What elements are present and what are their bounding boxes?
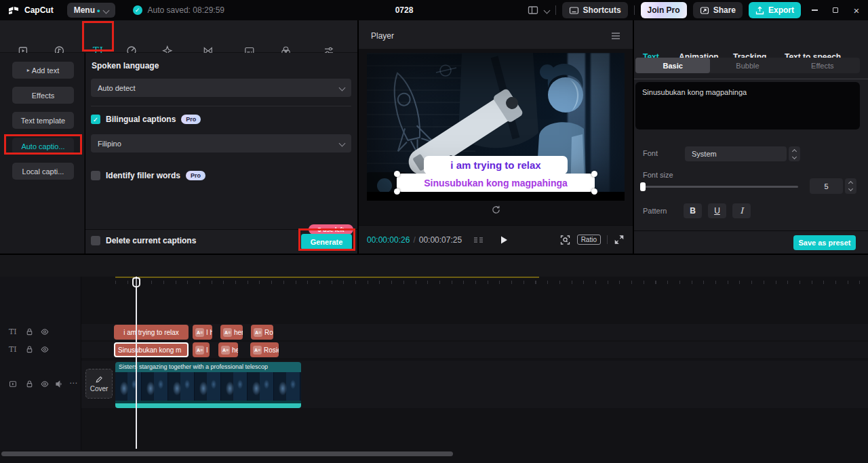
caption-chip-icon: A≡: [254, 328, 262, 337]
join-pro-button[interactable]: Join Pro: [641, 2, 687, 18]
sidebar-item-add-text[interactable]: ▸ Add text: [12, 62, 74, 79]
spoken-language-dropdown[interactable]: Auto detect: [91, 79, 351, 97]
preview-focus-icon[interactable]: [559, 235, 571, 245]
timeline-scrollbar[interactable]: [1, 451, 453, 456]
track-header-column: TI TI ⋯: [0, 277, 81, 450]
sidebar-label: Effects: [32, 92, 54, 100]
sidebar-item-effects[interactable]: Effects: [12, 87, 74, 104]
export-button[interactable]: Export: [749, 2, 801, 18]
caption-chip-icon: A≡: [195, 328, 204, 337]
font-size-slider-thumb[interactable]: [640, 182, 646, 191]
pro-badge: Pro: [181, 115, 201, 124]
shortcuts-button[interactable]: Shortcuts: [562, 2, 628, 18]
caption-clip[interactable]: A≡her n: [220, 325, 243, 340]
rotate-view-icon[interactable]: [491, 205, 501, 215]
autosave-check-icon: ✓: [133, 5, 142, 15]
underline-button[interactable]: U: [708, 203, 726, 218]
font-stepper[interactable]: [789, 146, 800, 161]
playhead-head[interactable]: [132, 277, 140, 287]
caption-text-filipino: Sinusubukan kong magpahinga: [424, 178, 568, 188]
player-menu-icon[interactable]: [610, 31, 621, 41]
caption-clip[interactable]: A≡Rosie: [250, 342, 279, 357]
lock-icon[interactable]: [25, 327, 34, 336]
fullscreen-icon[interactable]: [614, 235, 625, 245]
subtab-effects[interactable]: Effects: [785, 58, 860, 73]
delete-captions-checkbox[interactable]: [91, 236, 100, 245]
video-clip-title-bar: Sisters stargazing together with a profe…: [115, 362, 301, 372]
clip-label: he: [232, 346, 238, 354]
menu-notification-dot: •: [97, 5, 100, 16]
layout-icon[interactable]: [528, 5, 538, 15]
caption-clip[interactable]: A≡I: [193, 342, 210, 357]
selection-handle[interactable]: [591, 188, 597, 195]
mute-icon[interactable]: [54, 380, 64, 388]
play-button[interactable]: [499, 235, 509, 245]
maximize-button[interactable]: [828, 3, 843, 18]
render-range-bar: [115, 277, 539, 278]
sidebar-item-text-template[interactable]: Text template: [12, 112, 74, 129]
minimize-button[interactable]: [807, 3, 822, 18]
close-button[interactable]: ×: [849, 3, 864, 18]
font-dropdown[interactable]: System: [685, 146, 787, 161]
caption-clip[interactable]: i am trying to relax: [114, 325, 189, 340]
ratio-button[interactable]: Ratio: [577, 235, 601, 245]
time-total: 00:00:07:25: [419, 235, 462, 245]
share-button[interactable]: Share: [693, 2, 743, 18]
more-options-icon[interactable]: ⋯: [69, 378, 77, 388]
playhead-line[interactable]: [136, 277, 137, 449]
video-frame[interactable]: i am trying to relax Sinusubukan kong ma…: [367, 53, 625, 201]
eye-icon[interactable]: [40, 345, 50, 354]
inspector-action-bar: Save as preset: [634, 230, 868, 254]
clip-label: Ro: [264, 329, 273, 336]
auto-captions-panel: Spoken language Auto detect ✓ Bilingual …: [85, 53, 357, 254]
pro-badge: Pro: [186, 171, 205, 180]
divider: [555, 5, 556, 15]
selection-handle[interactable]: [394, 188, 400, 195]
font-size-value[interactable]: 5: [810, 178, 843, 194]
font-size-stepper[interactable]: [845, 178, 856, 194]
caption-clip[interactable]: A≡Ro: [251, 325, 273, 340]
caption-clip[interactable]: A≡I h: [193, 325, 212, 340]
italic-button[interactable]: I: [732, 203, 751, 218]
caption-text-editor[interactable]: Sinusubukan kong magpahinga: [635, 82, 860, 129]
divider: [634, 79, 868, 79]
selection-handle[interactable]: [591, 171, 597, 177]
video-clip[interactable]: Sisters stargazing together with a profe…: [115, 362, 301, 408]
chevron-down-icon: [339, 140, 346, 147]
menu-button[interactable]: Menu •: [67, 3, 115, 18]
selection-handle[interactable]: [394, 171, 400, 177]
caption-clip-selected[interactable]: Sinusubukan kong m: [114, 342, 189, 357]
lock-icon[interactable]: [25, 345, 34, 354]
bold-button[interactable]: B: [684, 203, 702, 218]
subtab-basic[interactable]: Basic: [635, 58, 710, 73]
lock-icon[interactable]: [25, 380, 34, 388]
timeline-toolbar: [0, 255, 868, 277]
frame-list-icon[interactable]: [473, 235, 484, 245]
caption-clip[interactable]: A≡he: [218, 342, 238, 357]
eye-icon[interactable]: [40, 327, 50, 336]
share-icon: [700, 6, 709, 15]
ruler-ticks[interactable]: [115, 281, 865, 284]
caption-text-english: i am trying to relax: [450, 159, 540, 171]
caption-line-filipino[interactable]: Sinusubukan kong magpahinga: [397, 174, 595, 192]
eye-icon[interactable]: [40, 380, 50, 388]
player-title: Player: [371, 31, 394, 41]
caption-chip-icon: A≡: [253, 346, 262, 355]
save-preset-button[interactable]: Save as preset: [793, 235, 856, 250]
layout-chevron-icon[interactable]: [543, 7, 550, 14]
sidebar-item-local-captions[interactable]: Local capti...: [12, 163, 74, 180]
autosave-status: Auto saved: 08:29:59: [148, 5, 224, 15]
bilingual-checkbox[interactable]: ✓: [91, 115, 100, 124]
font-size-slider[interactable]: [641, 186, 798, 188]
filler-words-checkbox[interactable]: [91, 171, 100, 180]
underline-glyph: U: [714, 206, 720, 216]
clip-label: I h: [206, 329, 212, 336]
cover-button[interactable]: Cover: [85, 369, 113, 399]
subtab-bubble[interactable]: Bubble: [710, 58, 785, 73]
font-value: System: [692, 150, 717, 158]
delete-captions-label: Delete current captions: [106, 236, 196, 245]
bilingual-language-dropdown[interactable]: Filipino: [91, 134, 351, 153]
italic-glyph: I: [740, 206, 743, 216]
caption-line-english[interactable]: i am trying to relax: [424, 156, 568, 174]
bilingual-captions-row: ✓ Bilingual captions Pro: [91, 115, 201, 124]
